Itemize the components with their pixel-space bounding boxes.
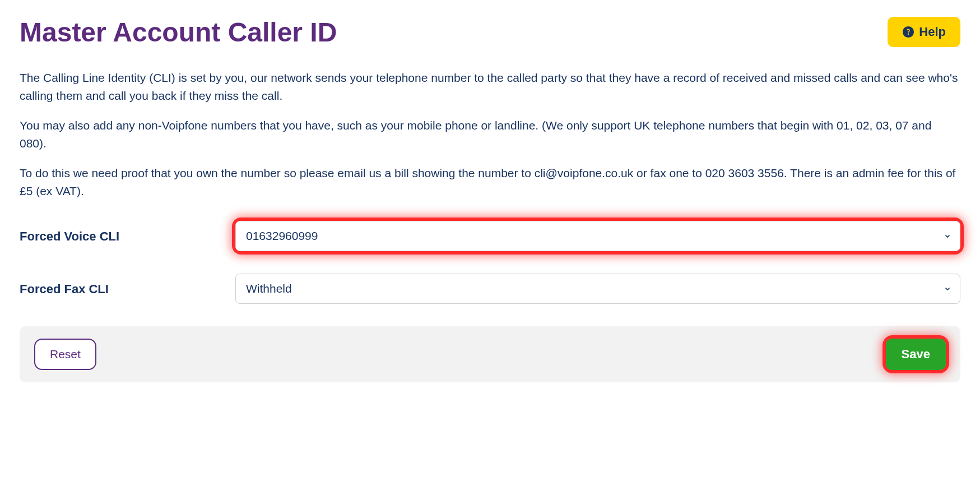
reset-button[interactable]: Reset: [34, 339, 96, 370]
description-paragraph-3: To do this we need proof that you own th…: [20, 164, 960, 200]
page-title: Master Account Caller ID: [20, 17, 337, 48]
help-button[interactable]: Help: [888, 17, 960, 47]
forced-voice-cli-label: Forced Voice CLI: [20, 227, 235, 246]
description-block: The Calling Line Identity (CLI) is set b…: [20, 69, 960, 200]
forced-fax-cli-select[interactable]: Withheld: [235, 274, 960, 304]
forced-fax-cli-value: Withheld: [246, 280, 292, 298]
save-button[interactable]: Save: [886, 339, 946, 370]
forced-voice-cli-select[interactable]: 01632960999: [235, 221, 960, 251]
description-paragraph-1: The Calling Line Identity (CLI) is set b…: [20, 69, 960, 104]
forced-fax-cli-label: Forced Fax CLI: [20, 280, 235, 298]
question-circle-icon: [902, 26, 914, 38]
description-paragraph-2: You may also add any non-Voipfone number…: [20, 117, 960, 152]
help-button-label: Help: [919, 25, 946, 39]
forced-voice-cli-value: 01632960999: [246, 227, 318, 245]
action-bar: Reset Save: [20, 326, 960, 382]
